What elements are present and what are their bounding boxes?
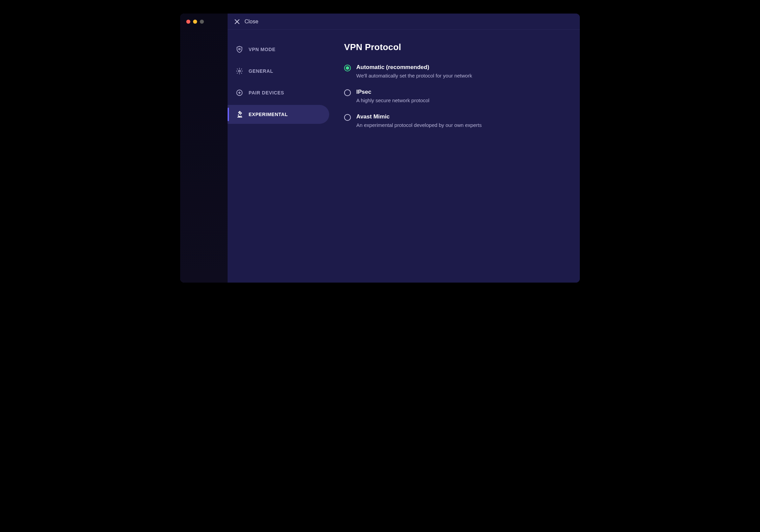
close-button[interactable]: Close	[245, 19, 258, 25]
radio-icon	[344, 89, 351, 96]
sidebar-item-label: GENERAL	[249, 68, 273, 74]
sidebar-item-general[interactable]: GENERAL	[228, 62, 329, 81]
option-desc: A highly secure network protocol	[356, 97, 429, 103]
svg-point-2	[239, 48, 240, 50]
svg-point-3	[238, 70, 240, 72]
sidebar-item-experimental[interactable]: EXPERIMENTAL	[228, 105, 329, 124]
sidebar-item-label: VPN MODE	[249, 47, 275, 52]
option-desc: An experimental protocol developed by ou…	[356, 122, 482, 128]
option-desc: We'll automatically set the protocol for…	[356, 73, 472, 79]
option-title: IPsec	[356, 89, 429, 95]
protocol-option-mimic[interactable]: Avast Mimic An experimental protocol dev…	[344, 113, 566, 128]
shield-icon	[236, 46, 243, 53]
page-title: VPN Protocol	[344, 42, 566, 52]
radio-icon	[344, 114, 351, 121]
gear-icon	[236, 67, 243, 75]
window-controls	[186, 20, 204, 24]
sidebar-item-label: PAIR DEVICES	[249, 90, 284, 95]
plus-circle-icon	[236, 89, 243, 96]
window-zoom-dot[interactable]	[200, 20, 204, 24]
right-pane: Close VPN MODE	[228, 14, 580, 283]
protocol-option-ipsec[interactable]: IPsec A highly secure network protocol	[344, 89, 566, 103]
sidebar-item-pair-devices[interactable]: PAIR DEVICES	[228, 83, 329, 102]
main-content: VPN Protocol Automatic (recommended) We'…	[329, 30, 580, 283]
sidebar-item-label: EXPERIMENTAL	[249, 112, 288, 117]
option-text: IPsec A highly secure network protocol	[356, 89, 429, 103]
option-text: Avast Mimic An experimental protocol dev…	[356, 113, 482, 128]
close-icon[interactable]	[234, 19, 240, 24]
option-text: Automatic (recommended) We'll automatica…	[356, 64, 472, 79]
topbar: Close	[228, 14, 580, 30]
window-left-gutter	[180, 14, 228, 283]
content-row: VPN MODE GENERAL	[228, 30, 580, 283]
app-window: Close VPN MODE	[180, 14, 580, 283]
option-title: Avast Mimic	[356, 113, 482, 120]
window-minimize-dot[interactable]	[193, 20, 197, 24]
sidebar-item-vpn-mode[interactable]: VPN MODE	[228, 40, 329, 59]
protocol-option-automatic[interactable]: Automatic (recommended) We'll automatica…	[344, 64, 566, 79]
radio-icon	[344, 65, 351, 71]
window-close-dot[interactable]	[186, 20, 190, 24]
option-title: Automatic (recommended)	[356, 64, 472, 71]
sidebar: VPN MODE GENERAL	[228, 30, 329, 283]
microscope-icon	[236, 111, 243, 118]
